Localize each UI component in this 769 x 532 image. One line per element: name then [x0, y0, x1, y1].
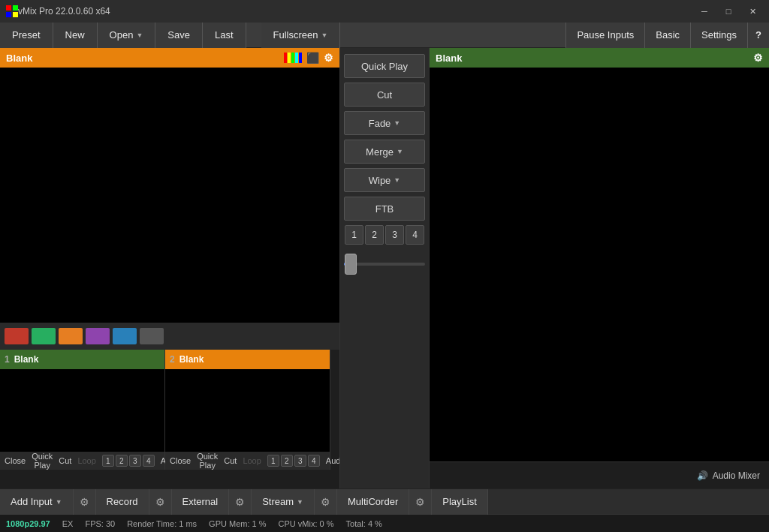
input-tile-1-screen: [0, 369, 164, 452]
total-label: Total: 4 %: [346, 519, 382, 528]
swatch-orange[interactable]: [59, 328, 83, 344]
render-time-label: Render Time: 1 ms: [127, 519, 197, 528]
input-tile-2: 2 Blank Close Quick Play Cut Loop 1 2 3 …: [165, 350, 330, 470]
merge-button[interactable]: Merge ▼: [344, 140, 425, 164]
fade-button[interactable]: Fade ▼: [344, 111, 425, 135]
cut-button[interactable]: Cut: [344, 83, 425, 107]
preview-settings-gear-icon[interactable]: ⚙: [324, 52, 333, 64]
color-swatches: [0, 323, 339, 350]
settings-button[interactable]: Settings: [690, 23, 747, 48]
external-button[interactable]: External: [172, 489, 229, 515]
record-button[interactable]: Record: [96, 489, 149, 515]
audio-mixer-label: Audio Mixer: [713, 470, 760, 481]
input-2-num-2[interactable]: 2: [281, 455, 293, 467]
external-gear-icon[interactable]: ⚙: [228, 489, 251, 515]
input-1-nums: 1 2 3 4: [102, 455, 155, 467]
multicorder-button[interactable]: MultiCorder: [337, 489, 409, 515]
output-label: Blank: [436, 53, 753, 64]
input-tile-2-label-bar: 2 Blank: [165, 350, 330, 369]
fullscreen-arrow-icon: ▼: [321, 32, 328, 39]
quick-play-button[interactable]: Quick Play: [344, 54, 425, 78]
input-tile-2-screen: [165, 369, 330, 452]
input-1-cut-button[interactable]: Cut: [57, 456, 73, 465]
input-2-nums: 1 2 3 4: [267, 455, 320, 467]
add-input-group: Add Input ▼ ⚙: [0, 489, 96, 515]
stream-gear-icon[interactable]: ⚙: [314, 489, 336, 515]
svg-rect-0: [6, 5, 11, 11]
output-settings-gear-icon[interactable]: ⚙: [753, 52, 763, 64]
input-1-num-4[interactable]: 4: [143, 455, 155, 467]
input-tiles: 1 Blank Close Quick Play Cut Loop 1 2 3 …: [0, 350, 339, 470]
swatch-red[interactable]: [5, 328, 29, 344]
swatch-dark[interactable]: [140, 328, 164, 344]
help-button[interactable]: ?: [747, 23, 769, 48]
pause-inputs-button[interactable]: Pause Inputs: [565, 23, 644, 48]
input-1-num-1[interactable]: 1: [102, 455, 114, 467]
record-gear-icon[interactable]: ⚙: [149, 489, 171, 515]
input-1-close-button[interactable]: Close: [3, 456, 27, 465]
output-screen: [430, 68, 769, 461]
stream-group: Stream ▼ ⚙: [252, 489, 337, 515]
app-title: vMix Pro 22.0.0.60 x64: [18, 6, 110, 17]
transition-slider-area: [344, 249, 425, 279]
fullscreen-button[interactable]: Fullscreen ▼: [261, 23, 341, 48]
fade-arrow-icon: ▼: [394, 119, 400, 127]
tab-1-button[interactable]: 1: [345, 225, 363, 245]
input-tile-1-label-bar: 1 Blank: [0, 350, 164, 369]
monitor-icon[interactable]: ⬛: [306, 52, 319, 64]
input-1-quickplay-button[interactable]: Quick Play: [30, 452, 54, 470]
add-input-button[interactable]: Add Input ▼: [0, 489, 73, 515]
wipe-button[interactable]: Wipe ▼: [344, 168, 425, 192]
tab-3-button[interactable]: 3: [385, 225, 404, 245]
input-tile-2-name: Blank: [179, 354, 204, 365]
slider-thumb[interactable]: [345, 254, 357, 275]
input-2-close-button[interactable]: Close: [168, 456, 192, 465]
close-button[interactable]: ✕: [742, 3, 763, 20]
swatch-green[interactable]: [32, 328, 56, 344]
preset-button[interactable]: Preset: [0, 23, 53, 48]
input-tile-2-number: 2: [170, 354, 175, 365]
tab-2-button[interactable]: 2: [365, 225, 384, 245]
transition-slider[interactable]: [344, 249, 425, 279]
swatch-purple[interactable]: [86, 328, 110, 344]
ftb-button[interactable]: FTB: [344, 197, 425, 221]
menubar: Preset New Open ▼ Save Last Fullscreen ▼…: [0, 23, 769, 48]
save-button[interactable]: Save: [155, 23, 203, 48]
input-1-num-2[interactable]: 2: [116, 455, 128, 467]
last-button[interactable]: Last: [203, 23, 246, 48]
input-2-cut-button[interactable]: Cut: [222, 456, 238, 465]
cpu-vmix-label: CPU vMix: 0 %: [279, 519, 334, 528]
speaker-icon: 🔊: [697, 470, 708, 481]
input-tile-1-number: 1: [5, 354, 10, 365]
window-controls: ─ □ ✕: [694, 3, 763, 20]
tab-4-button[interactable]: 4: [406, 225, 424, 245]
svg-rect-3: [13, 12, 18, 17]
new-button[interactable]: New: [53, 23, 98, 48]
maximize-button[interactable]: □: [718, 3, 739, 20]
svg-rect-2: [6, 12, 11, 17]
basic-button[interactable]: Basic: [644, 23, 690, 48]
add-input-gear-icon[interactable]: ⚙: [73, 489, 95, 515]
main-area: Blank ⬛ ⚙: [0, 48, 769, 488]
input-1-num-3[interactable]: 3: [129, 455, 141, 467]
open-button[interactable]: Open ▼: [98, 23, 156, 48]
multicorder-group: MultiCorder ⚙: [337, 489, 432, 515]
stream-button[interactable]: Stream ▼: [252, 489, 314, 515]
bottom-toolbar: Add Input ▼ ⚙ Record ⚙ External ⚙ Stream…: [0, 488, 769, 514]
multicorder-gear-icon[interactable]: ⚙: [409, 489, 431, 515]
swatch-blue[interactable]: [113, 328, 137, 344]
input-2-num-3[interactable]: 3: [294, 455, 306, 467]
minimize-button[interactable]: ─: [694, 3, 715, 20]
audio-mixer-row: 🔊 Audio Mixer: [430, 461, 769, 488]
input-2-num-4[interactable]: 4: [308, 455, 320, 467]
playlist-button[interactable]: PlayList: [432, 489, 487, 515]
input-2-num-1[interactable]: 1: [267, 455, 279, 467]
gpu-mem-label: GPU Mem: 1 %: [209, 519, 266, 528]
input-2-quickplay-button[interactable]: Quick Play: [195, 452, 219, 470]
wipe-arrow-icon: ▼: [394, 176, 400, 184]
controls-panel: Quick Play Cut Fade ▼ Merge ▼ Wipe ▼ FTB…: [339, 48, 430, 488]
open-arrow-icon: ▼: [136, 32, 143, 39]
input-tile-1-name: Blank: [14, 354, 39, 365]
external-group: External ⚙: [172, 489, 252, 515]
audio-mixer-button[interactable]: 🔊 Audio Mixer: [697, 470, 760, 481]
